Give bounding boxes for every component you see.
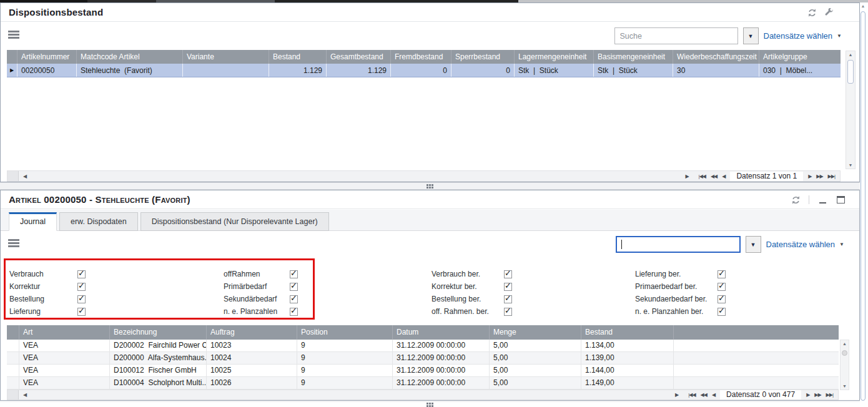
row-selector-cell[interactable] [7,340,19,351]
column-header[interactable]: Datum [393,325,490,340]
pager-next-icon[interactable]: ▶ [806,392,809,398]
table-row[interactable]: VEAD100012 Fischer GmbH10025931.12.2009 … [7,365,839,377]
checkbox[interactable]: ✓ [290,308,298,316]
checkbox[interactable]: ✓ [718,283,726,291]
column-header[interactable]: Lagermengeneinheit [515,50,594,64]
menu-icon[interactable] [8,31,19,40]
scroll-thumb[interactable] [842,350,847,356]
page-scrollbar[interactable]: ▲ [860,2,866,405]
records-select-button[interactable]: Datensätze wählen ▼ [766,240,845,249]
column-header[interactable]: Artikelnummer [17,50,77,64]
grid-cell[interactable]: 1.144,00 [581,365,674,376]
row-selector-cell[interactable] [7,377,19,389]
pager-first-icon[interactable]: |◀◀ [699,174,706,179]
refresh-icon[interactable] [791,195,801,205]
column-header[interactable]: Fremdbestand [391,50,451,64]
grid-cell[interactable]: 5,00 [490,377,581,389]
pager-prev-icon[interactable]: ◀ [722,174,725,179]
grid-cell[interactable]: D100012 Fischer GmbH [110,365,207,376]
scroll-left-icon[interactable]: ◀ [19,174,31,179]
column-header[interactable]: Art [19,325,110,340]
horizontal-scrollbar[interactable]: ◀ ▶ |◀◀ ◀◀ ◀ Datensatz 0 von 477 ▶ ▶▶ ▶▶… [7,390,839,400]
column-header[interactable]: Basismengeneinheit [594,50,673,64]
grid-cell[interactable]: 1.129 [269,64,327,77]
grid-cell[interactable]: 10023 [207,340,297,351]
scroll-up-icon[interactable]: ▲ [860,4,866,8]
pager-last-icon[interactable]: ▶▶| [826,392,833,398]
grid-cell[interactable]: 9 [297,352,393,364]
pager-expand-icon[interactable]: ▶ [685,174,688,179]
grid-row-selected[interactable]: ▶00200050Stehleuchte (Favorit)1.1291.129… [7,64,841,77]
pager-fast-next-icon[interactable]: ▶▶ [814,392,821,398]
row-selector-cell[interactable]: ▶ [7,64,17,77]
scroll-down-icon[interactable]: ▼ [841,384,849,388]
checkbox[interactable]: ✓ [77,283,86,291]
grid-cell[interactable]: 0 [451,64,515,77]
grid-cell[interactable]: 9 [297,365,393,376]
pager-fast-prev-icon[interactable]: ◀◀ [701,392,707,398]
grid-cell[interactable]: 10024 [207,352,297,364]
table-row[interactable]: VEAD200002 Fairchild Power C...10023931.… [7,340,839,352]
grid-cell[interactable]: 0 [391,64,451,77]
checkbox[interactable]: ✓ [504,283,512,291]
horizontal-scrollbar[interactable]: ◀ ▶ |◀◀ ◀◀ ◀ Datensatz 1 von 1 ▶ ▶▶ ▶▶| [7,170,841,182]
checkbox[interactable]: ✓ [718,270,726,278]
grid-cell[interactable]: 31.12.2009 00:00:00 [393,377,490,389]
checkbox[interactable]: ✓ [290,270,298,278]
grid-cell[interactable]: 00200050 [17,64,77,77]
table-row[interactable]: VEAD200000 Alfa-Systemhaus...10024931.12… [7,352,839,365]
search-filter-button[interactable]: ▼ [743,27,759,44]
grid-cell[interactable]: 1.139,00 [581,352,674,364]
bottom-splitter[interactable] [0,401,860,407]
pager-prev-icon[interactable]: ◀ [712,392,715,398]
row-selector-cell[interactable] [7,352,19,364]
scroll-left-icon[interactable]: ◀ [19,392,31,398]
column-header[interactable]: Bestand [269,50,327,64]
search-input[interactable] [614,27,738,44]
tab-dispositionsbestand-nur-disporelevante-lager[interactable]: Dispositionsbestand (Nur Disporelevante … [141,212,329,231]
checkbox[interactable]: ✓ [504,308,512,316]
grid-cell[interactable]: Stehleuchte (Favorit) [77,64,183,77]
pager-expand-icon[interactable]: ▶ [675,392,678,398]
grid-cell[interactable]: 1.134,00 [581,340,674,351]
checkbox[interactable]: ✓ [504,270,512,278]
checkbox[interactable]: ✓ [504,295,512,303]
vertical-scrollbar[interactable]: ▲ ▼ [840,340,849,390]
column-header[interactable]: Artikelgruppe [759,50,841,64]
grid-cell[interactable]: 5,00 [490,365,581,376]
column-header[interactable]: Matchcode Artikel [77,50,183,64]
window-splitter[interactable] [0,182,860,190]
scroll-thumb[interactable] [847,60,854,84]
column-header[interactable]: Sperrbestand [451,50,515,64]
checkbox[interactable]: ✓ [77,295,86,303]
refresh-icon[interactable] [807,7,817,17]
grid-cell[interactable]: VEA [19,365,110,376]
tab-erw-dispodaten[interactable]: erw. Dispodaten [59,212,138,231]
grid-cell[interactable]: 9 [297,340,393,351]
table-row[interactable]: VEAD100004 Scholphort Multi...10026931.1… [7,377,839,390]
column-header[interactable]: Position [297,325,393,340]
grid-cell[interactable]: D200002 Fairchild Power C... [110,340,207,351]
checkbox[interactable]: ✓ [718,295,726,303]
checkbox[interactable]: ✓ [77,308,86,316]
column-header[interactable]: Wiederbeschaffungszeit [673,50,759,64]
grid-cell[interactable]: 030 | Möbel... [759,64,841,77]
checkbox[interactable]: ✓ [718,308,726,316]
records-select-button[interactable]: Datensätze wählen ▼ [764,31,842,41]
page-scroll-thumb[interactable] [861,11,866,401]
column-header[interactable]: Bezeichnung [110,325,207,340]
grid-cell[interactable]: 10025 [207,365,297,376]
column-header[interactable]: Bestand [581,325,674,340]
grid-cell[interactable]: 5,00 [490,340,581,351]
checkbox[interactable]: ✓ [290,295,298,303]
grid-cell[interactable]: 31.12.2009 00:00:00 [393,365,490,376]
grid-cell[interactable]: 1.149,00 [581,377,674,389]
maximize-icon[interactable] [836,195,846,205]
pager-first-icon[interactable]: |◀◀ [688,392,695,398]
search-input-focused[interactable] [616,236,741,253]
minimize-icon[interactable] [817,195,827,205]
grid-cell[interactable]: 5,00 [490,352,581,364]
tab-journal[interactable]: Journal [9,212,57,231]
grid-cell[interactable]: Stk | Stück [594,64,673,77]
scroll-up-icon[interactable]: ▲ [841,341,849,346]
